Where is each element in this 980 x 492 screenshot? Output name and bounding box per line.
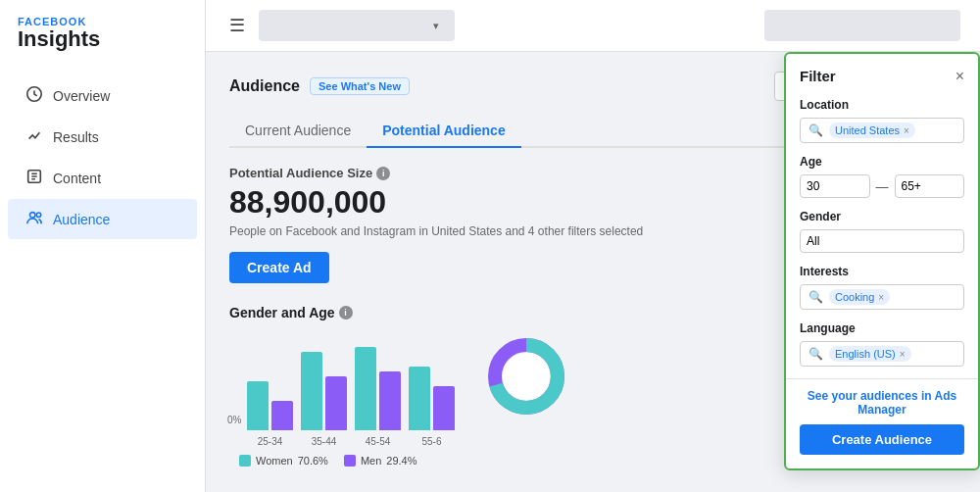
location-tag-remove[interactable]: × — [904, 125, 909, 136]
audience-title-row: Audience See What's New — [229, 77, 410, 95]
bar-label-45-54: 45-54 — [366, 436, 391, 447]
overview-icon — [25, 85, 43, 106]
sidebar-item-results[interactable]: Results — [8, 117, 197, 157]
bar-group-55-6: 55-6 — [409, 367, 455, 447]
brand-insights: Insights — [18, 27, 187, 51]
sidebar-item-results-label: Results — [53, 129, 99, 145]
filter-panel-footer: See your audiences in Ads Manager Create… — [786, 378, 978, 455]
sidebar-item-audience[interactable]: Audience — [8, 199, 197, 239]
filter-panel-header: Filter × — [800, 68, 964, 84]
tab-potential-audience[interactable]: Potential Audience — [367, 115, 521, 148]
filter-gender-label: Gender — [800, 210, 964, 223]
filter-location-input[interactable]: 🔍 United States × — [800, 118, 964, 143]
bar-men-25-34 — [271, 401, 293, 430]
results-icon — [25, 126, 43, 147]
svg-point-3 — [36, 213, 41, 218]
language-tag-remove[interactable]: × — [900, 349, 906, 360]
filter-language-input[interactable]: 🔍 English (US) × — [800, 341, 964, 367]
filter-age-section: Age 30 — 65+ — [800, 155, 964, 198]
chart-zero-label: 0% — [227, 415, 241, 425]
bar-label-25-34: 25-34 — [258, 436, 283, 447]
filter-age-to-select[interactable]: 65+ — [895, 174, 965, 198]
location-tag: United States × — [829, 123, 915, 138]
create-ad-button[interactable]: Create Ad — [229, 252, 329, 283]
chart-info-icon: i — [339, 306, 353, 320]
filter-language-section: Language 🔍 English (US) × — [800, 321, 964, 367]
filter-panel: Filter × Location 🔍 United States × Age — [784, 52, 980, 470]
see-whats-new-badge[interactable]: See What's New — [310, 77, 410, 95]
filter-interests-section: Interests 🔍 Cooking × — [800, 265, 964, 310]
legend-women: Women 70.6% — [239, 455, 328, 467]
legend-men: Men 29.4% — [344, 455, 417, 467]
content-icon — [25, 168, 43, 188]
sidebar-item-content[interactable]: Content — [8, 158, 197, 198]
filter-panel-title: Filter — [800, 68, 836, 84]
bar-group-35-44: 35-44 — [301, 352, 347, 447]
tab-current-audience[interactable]: Current Audience — [229, 115, 367, 148]
bar-men-55-6 — [433, 386, 455, 430]
audience-icon — [25, 209, 43, 229]
interests-tag: Cooking × — [829, 289, 890, 305]
filter-close-button[interactable]: × — [956, 69, 964, 84]
svg-point-2 — [30, 213, 35, 218]
filter-interests-input[interactable]: 🔍 Cooking × — [800, 284, 964, 310]
bar-label-35-44: 35-44 — [312, 436, 337, 447]
audience-title: Audience — [229, 77, 300, 95]
bar-label-55-6: 55-6 — [421, 436, 441, 447]
bar-women-45-54 — [355, 347, 376, 430]
language-tag-value: English (US) — [835, 348, 896, 360]
hamburger-button[interactable]: ☰ — [225, 11, 249, 40]
bar-women-55-6 — [409, 367, 430, 430]
sidebar-item-overview[interactable]: Overview — [8, 75, 197, 116]
legend-women-pct: 70.6% — [298, 455, 328, 467]
filter-location-label: Location — [800, 98, 964, 112]
bar-women-25-34 — [247, 381, 269, 430]
bar-men-45-54 — [379, 371, 401, 430]
bar-group-45-54: 45-54 — [355, 347, 401, 447]
legend-men-color — [344, 455, 356, 467]
legend-women-label: Women — [256, 455, 293, 467]
filter-age-from-select[interactable]: 30 — [800, 174, 870, 198]
topbar-right-select[interactable] — [764, 10, 960, 41]
sidebar-nav: Overview Results Content Audience — [0, 74, 205, 240]
main-area: ☰ ▾ Audience See What's New ⧉ Filter — [206, 0, 980, 492]
legend-men-label: Men — [361, 455, 381, 467]
filter-gender-select[interactable]: All — [800, 229, 964, 253]
language-search-icon: 🔍 — [808, 347, 823, 361]
topbar-dropdown-wrapper: ▾ — [259, 10, 439, 41]
content-area: Audience See What's New ⧉ Filter ⬇ Expor… — [206, 52, 980, 492]
sidebar-item-content-label: Content — [53, 171, 101, 186]
sidebar: FACEBOOK Insights Overview Results Conte… — [0, 0, 206, 492]
interests-tag-remove[interactable]: × — [878, 292, 884, 303]
sidebar-item-overview-label: Overview — [53, 88, 110, 104]
language-tag: English (US) × — [829, 346, 911, 362]
filter-interests-label: Interests — [800, 265, 964, 278]
brand-area: FACEBOOK Insights — [0, 0, 205, 55]
bar-men-35-44 — [325, 376, 347, 430]
bar-women-35-44 — [301, 352, 322, 430]
sidebar-item-audience-label: Audience — [53, 212, 110, 227]
location-search-icon: 🔍 — [808, 123, 823, 137]
topbar: ☰ ▾ — [206, 0, 980, 52]
age-dash: — — [876, 179, 889, 194]
filter-age-row: 30 — 65+ — [800, 174, 964, 198]
bar-group-25-34: 25-34 — [247, 381, 293, 447]
interests-tag-value: Cooking — [835, 291, 874, 303]
location-tag-value: United States — [835, 124, 900, 136]
svg-point-6 — [503, 353, 550, 400]
donut-chart-wrapper — [482, 332, 570, 423]
filter-language-label: Language — [800, 321, 964, 335]
info-icon: i — [376, 167, 390, 180]
legend-men-pct: 29.4% — [386, 455, 416, 467]
filter-gender-section: Gender All — [800, 210, 964, 253]
donut-chart — [482, 332, 570, 420]
topbar-page-select[interactable] — [259, 10, 455, 41]
legend-women-color — [239, 455, 251, 467]
interests-search-icon: 🔍 — [808, 290, 823, 304]
filter-location-section: Location 🔍 United States × — [800, 98, 964, 143]
create-audience-button[interactable]: Create Audience — [800, 424, 964, 455]
filter-age-label: Age — [800, 155, 964, 169]
see-audiences-ads-manager-link[interactable]: See your audiences in Ads Manager — [800, 389, 964, 417]
